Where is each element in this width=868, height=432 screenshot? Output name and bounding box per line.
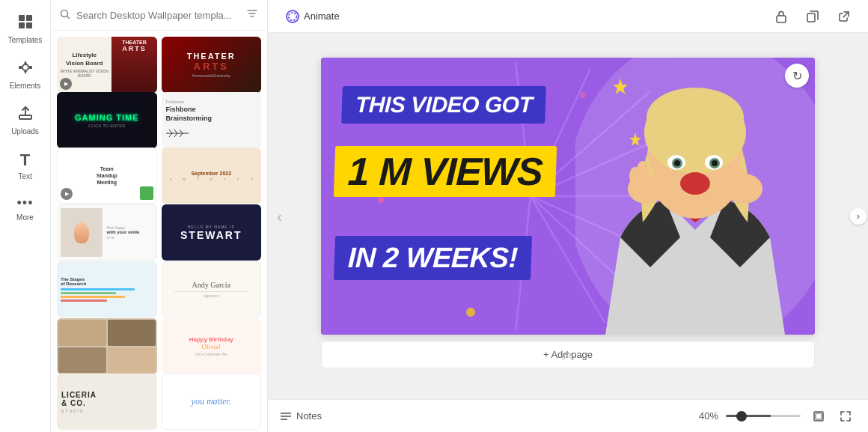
sidebar-templates-label: Templates — [8, 36, 43, 44]
svg-point-4 — [22, 64, 28, 70]
zoom-area: 40% — [699, 406, 856, 427]
svg-rect-5 — [19, 66, 22, 69]
animate-icon — [286, 10, 299, 23]
sidebar-item-uploads[interactable]: Uploads — [4, 99, 47, 142]
canvas-container: ↻ — [321, 58, 815, 335]
svg-point-31 — [378, 197, 384, 203]
search-icon — [60, 9, 70, 22]
share-button[interactable] — [832, 4, 856, 28]
svg-rect-60 — [816, 413, 822, 419]
svg-line-16 — [180, 130, 183, 133]
svg-rect-2 — [19, 22, 25, 28]
duplicate-button[interactable] — [801, 4, 825, 28]
svg-line-12 — [169, 130, 172, 133]
sidebar-item-more[interactable]: ••• More — [4, 189, 47, 228]
text-icon: T — [20, 150, 30, 170]
templates-grid: LifestyleVision Board WHITE MINIMALIST V… — [51, 31, 267, 432]
sidebar: Templates Elements Uploads T Text ••• Mo… — [0, 0, 51, 432]
refresh-button[interactable]: ↻ — [785, 64, 809, 88]
fullscreen-button[interactable] — [835, 406, 856, 427]
animate-label: Animate — [304, 10, 340, 22]
sidebar-item-text[interactable]: T Text — [4, 144, 47, 186]
sidebar-item-elements[interactable]: Elements — [4, 53, 47, 96]
animate-button[interactable]: Animate — [280, 7, 346, 26]
search-bar — [51, 0, 267, 31]
canvas-text-3: IN 2 WEEKS! — [334, 236, 532, 280]
search-input[interactable] — [76, 10, 240, 21]
gaming-title: GAMING TIME — [75, 113, 139, 122]
notes-label: Notes — [296, 410, 322, 422]
sidebar-more-label: More — [16, 213, 34, 222]
svg-point-53 — [637, 161, 649, 179]
lock-button[interactable] — [769, 4, 793, 28]
topbar: Animate — [268, 0, 868, 33]
svg-marker-8 — [24, 71, 27, 74]
template-smile[interactable]: Feel happy with your smile BETA — [57, 204, 157, 261]
svg-rect-9 — [19, 115, 31, 119]
svg-point-18 — [289, 12, 297, 20]
template-standup[interactable]: TeamStandupMeeting ▶ — [57, 147, 157, 204]
play-button-standup[interactable]: ▶ — [61, 188, 73, 200]
template-gaming[interactable]: GAMING TIME CLICK TO ENTER — [57, 92, 157, 148]
svg-rect-0 — [19, 15, 25, 21]
sidebar-elements-label: Elements — [10, 82, 41, 90]
canvas-wrapper: ↻ — [321, 58, 815, 374]
svg-marker-7 — [24, 61, 27, 64]
svg-line-13 — [169, 133, 172, 137]
canvas-nav-left[interactable]: ‹ — [274, 204, 285, 228]
svg-rect-19 — [777, 16, 786, 22]
template-lifestyle[interactable]: LifestyleVision Board WHITE MINIMALIST V… — [57, 37, 157, 93]
more-icon: ••• — [17, 195, 34, 211]
main-area: Animate — [268, 0, 868, 432]
sidebar-uploads-label: Uploads — [11, 127, 39, 136]
template-liceria[interactable]: LICERIA& CO. STUDIO — [57, 374, 157, 430]
svg-rect-3 — [26, 22, 32, 28]
svg-rect-20 — [807, 13, 815, 22]
zoom-actions — [808, 406, 856, 427]
topbar-actions — [769, 4, 856, 28]
fishbone-title: FishboneBrainstorming — [166, 106, 213, 123]
zoom-level: 40% — [699, 410, 718, 422]
scroll-indicator[interactable] — [560, 351, 575, 360]
svg-point-47 — [712, 160, 718, 166]
play-button-lifestyle[interactable]: ▶ — [60, 78, 72, 90]
template-youmatter[interactable]: you matter. — [162, 374, 262, 430]
template-fishbone[interactable]: Fishbone FishboneBrainstorming — [162, 92, 262, 148]
fit-screen-button[interactable] — [808, 406, 829, 427]
notes-button[interactable]: Notes — [280, 410, 322, 422]
main-canvas[interactable]: THIS VIDEO GOT 1 M VIEWS IN 2 WEEKS! — [321, 58, 815, 335]
zoom-slider[interactable] — [726, 415, 801, 417]
template-moodboard[interactable] — [57, 318, 157, 374]
template-stages[interactable]: The Stagesof Research — [57, 261, 157, 317]
template-september[interactable]: September 2022 S M T W T F S — [162, 147, 262, 204]
template-andy[interactable]: Andy Garcia signature — [162, 261, 262, 317]
canvas-text-1: THIS VIDEO GOT — [341, 86, 546, 124]
svg-point-32 — [466, 308, 475, 317]
sidebar-text-label: Text — [18, 172, 31, 180]
svg-line-15 — [174, 133, 177, 137]
templates-icon — [17, 13, 34, 34]
canvas-text-2: 1 M VIEWS — [334, 146, 557, 197]
template-stewart[interactable]: HELLO MY NAME IS STEWART — [162, 204, 262, 261]
svg-rect-1 — [26, 15, 32, 21]
filter-icon[interactable] — [246, 7, 258, 22]
svg-point-41 — [647, 88, 744, 147]
templates-panel: LifestyleVision Board WHITE MINIMALIST V… — [51, 0, 268, 432]
elements-icon — [17, 59, 34, 79]
svg-line-17 — [180, 133, 183, 137]
woman-image — [575, 58, 815, 335]
uploads-icon — [17, 105, 34, 125]
svg-point-46 — [674, 160, 680, 166]
svg-point-55 — [734, 167, 746, 185]
canvas-area: ‹ ↻ — [268, 33, 868, 399]
sidebar-item-templates[interactable]: Templates — [4, 7, 47, 50]
bottom-bar: Notes 40% — [268, 399, 868, 432]
svg-line-14 — [174, 130, 177, 133]
svg-rect-6 — [29, 66, 32, 69]
template-birthday[interactable]: Happy Birthday Olivia! Let's Celebrate H… — [162, 318, 262, 374]
svg-point-49 — [683, 180, 707, 195]
template-theater[interactable]: THEATER ARTS Homemade&University — [162, 37, 262, 93]
